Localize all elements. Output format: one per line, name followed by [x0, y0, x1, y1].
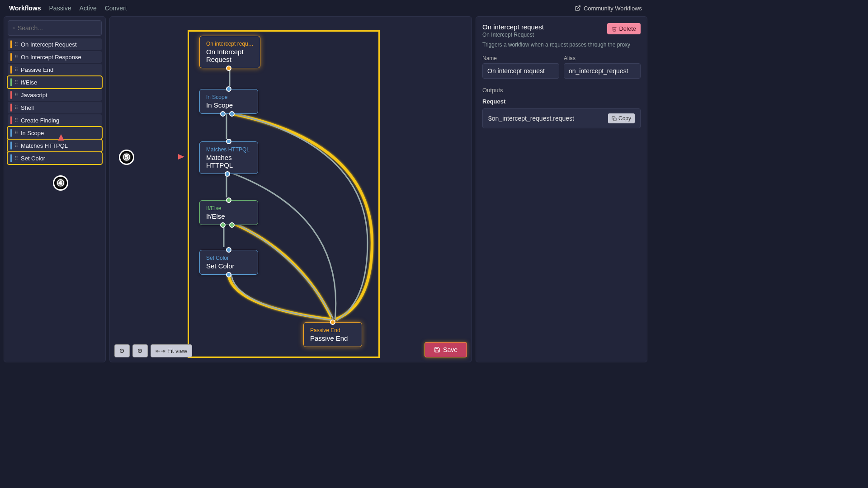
annotation-arrow-5	[119, 134, 196, 216]
node-item-label: Shell	[21, 104, 34, 111]
node-title: Set Color	[206, 262, 251, 270]
topbar: Workflows Passive Active Convert Communi…	[0, 0, 651, 16]
fit-view-button[interactable]: ⇤⇥Fit view	[151, 344, 192, 357]
node-title: On InterceptRequest	[206, 48, 254, 63]
panel-title: On intercept request	[482, 23, 544, 31]
delete-button[interactable]: Delete	[607, 23, 641, 34]
fit-icon: ⇤⇥	[156, 347, 165, 354]
sidebar-node-item[interactable]: ⠿On Intercept Response	[8, 51, 102, 63]
node-title: Passive End	[310, 334, 355, 342]
sidebar-node-item[interactable]: ⠿Shell	[8, 102, 102, 113]
node-title: In Scope	[206, 101, 251, 109]
node-type: In Scope	[206, 94, 251, 100]
sidebar-node-item[interactable]: ⠿On Intercept Request	[8, 38, 102, 50]
sidebar: ⠿On Intercept Request⠿On Intercept Respo…	[4, 16, 106, 362]
zoom-out-button[interactable]	[114, 344, 130, 357]
node-title: MatchesHTTPQL	[206, 154, 251, 169]
copy-icon	[612, 116, 617, 121]
node-type: If/Else	[206, 205, 251, 211]
alias-label: Alias	[564, 55, 641, 61]
tab-passive[interactable]: Passive	[49, 5, 71, 12]
node-passive-end[interactable]: Passive End Passive End	[303, 322, 362, 347]
annotation-arrow-4	[54, 132, 72, 182]
drag-icon: ⠿	[14, 80, 18, 85]
node-item-label: In Scope	[21, 130, 44, 136]
outputs-label: Outputs	[482, 87, 641, 94]
node-type: Passive End	[310, 327, 355, 333]
drag-icon: ⠿	[14, 143, 18, 149]
sidebar-node-item[interactable]: ⠿Javascript	[8, 89, 102, 101]
svg-line-0	[577, 6, 580, 9]
node-item-label: Javascript	[21, 92, 47, 99]
node-item-label: If/Else	[21, 79, 37, 86]
plus-icon	[137, 348, 143, 354]
drag-icon: ⠿	[14, 117, 18, 123]
output-value: $on_intercept_request.request	[488, 115, 574, 122]
drag-icon: ⠿	[14, 155, 18, 161]
node-type: Matches HTTPQL	[206, 146, 251, 153]
alias-input[interactable]	[564, 63, 641, 79]
node-item-label: On Intercept Request	[21, 41, 77, 48]
sidebar-node-item[interactable]: ⠿Create Finding	[8, 114, 102, 126]
drag-icon: ⠿	[14, 92, 18, 98]
svg-rect-8	[613, 118, 616, 121]
save-button[interactable]: Save	[425, 342, 467, 357]
tab-convert[interactable]: Convert	[105, 5, 127, 12]
copy-button[interactable]: Copy	[608, 113, 635, 123]
drag-icon: ⠿	[14, 67, 18, 73]
node-in-scope[interactable]: In Scope In Scope	[199, 89, 258, 114]
drag-icon: ⠿	[14, 42, 18, 47]
output-row: $on_intercept_request.request Copy	[482, 108, 641, 128]
name-input[interactable]	[482, 63, 559, 79]
tab-active[interactable]: Active	[80, 5, 97, 12]
panel-subtitle: On Intercept Request	[482, 32, 544, 38]
search-box[interactable]	[8, 20, 102, 36]
minus-icon	[119, 348, 125, 354]
node-set-color[interactable]: Set Color Set Color	[199, 250, 258, 275]
svg-line-2	[14, 28, 14, 29]
node-title: If/Else	[206, 212, 251, 220]
node-item-label: Set Color	[21, 155, 45, 162]
node-on-intercept-request[interactable]: On intercept requ… On InterceptRequest	[199, 36, 260, 68]
fit-label: Fit view	[167, 347, 187, 354]
community-label: Community Workflows	[584, 5, 642, 12]
search-input[interactable]	[18, 24, 97, 32]
annotation-5: ⑤	[119, 150, 134, 165]
node-item-label: Create Finding	[21, 117, 59, 124]
delete-label: Delete	[619, 25, 636, 32]
request-label: Request	[482, 98, 641, 105]
search-icon	[13, 25, 15, 31]
zoom-in-button[interactable]	[132, 344, 148, 357]
copy-label: Copy	[618, 115, 631, 122]
node-if-else[interactable]: If/Else If/Else	[199, 200, 258, 225]
drag-icon: ⠿	[14, 54, 18, 60]
drag-icon: ⠿	[14, 105, 18, 111]
trash-icon	[612, 26, 617, 32]
save-label: Save	[443, 346, 458, 353]
tab-workflows[interactable]: Workflows	[9, 5, 41, 12]
drag-icon: ⠿	[14, 130, 18, 136]
node-matches-httpql[interactable]: Matches HTTPQL MatchesHTTPQL	[199, 141, 258, 174]
node-item-label: Passive End	[21, 66, 53, 73]
workflow-canvas[interactable]: On intercept requ… On InterceptRequest I…	[109, 16, 472, 362]
node-item-label: On Intercept Response	[21, 54, 81, 61]
svg-point-1	[13, 27, 14, 28]
sidebar-node-item[interactable]: ⠿Passive End	[8, 64, 102, 75]
external-link-icon	[575, 5, 581, 11]
sidebar-node-item[interactable]: ⠿If/Else	[8, 76, 102, 88]
save-icon	[434, 347, 440, 353]
name-label: Name	[482, 55, 559, 61]
node-type: Set Color	[206, 255, 251, 261]
panel-desc: Triggers a workflow when a request passe…	[482, 42, 641, 48]
annotation-4: ④	[53, 175, 68, 191]
node-type: On intercept requ…	[206, 41, 254, 47]
properties-panel: On intercept request On Intercept Reques…	[476, 16, 647, 362]
community-workflows-link[interactable]: Community Workflows	[575, 5, 642, 12]
